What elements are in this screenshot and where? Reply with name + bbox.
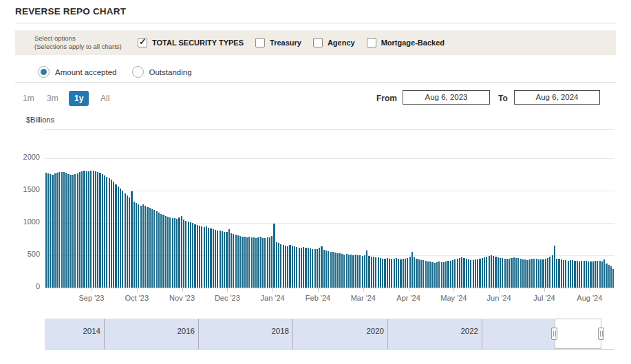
- bar[interactable]: [255, 238, 257, 288]
- bar[interactable]: [350, 255, 352, 288]
- bar[interactable]: [122, 191, 123, 288]
- bar[interactable]: [52, 175, 53, 288]
- bar[interactable]: [343, 255, 345, 288]
- bar[interactable]: [118, 186, 119, 288]
- bar[interactable]: [61, 172, 63, 288]
- bar[interactable]: [473, 260, 474, 288]
- bar-series[interactable]: [45, 130, 614, 288]
- bar[interactable]: [278, 243, 279, 288]
- bar-chart-plot-area[interactable]: Sep '23Oct '23Nov '23Dec '23Jan '24Feb '…: [45, 129, 614, 287]
- bar[interactable]: [394, 259, 395, 288]
- bar[interactable]: [493, 256, 494, 288]
- bar[interactable]: [63, 172, 65, 288]
- bar[interactable]: [475, 259, 476, 288]
- bar[interactable]: [565, 260, 566, 288]
- bar[interactable]: [364, 255, 365, 288]
- bar[interactable]: [498, 257, 499, 288]
- bar[interactable]: [149, 208, 151, 288]
- bar[interactable]: [511, 258, 512, 288]
- bar[interactable]: [482, 258, 483, 288]
- bar[interactable]: [90, 171, 92, 288]
- bar[interactable]: [346, 254, 347, 288]
- bar[interactable]: [577, 261, 578, 288]
- bar[interactable]: [138, 204, 139, 288]
- bar[interactable]: [486, 257, 487, 288]
- bar[interactable]: [529, 259, 531, 288]
- bar[interactable]: [584, 261, 585, 288]
- bar[interactable]: [289, 245, 290, 288]
- bar[interactable]: [599, 261, 601, 288]
- bar[interactable]: [398, 259, 399, 288]
- bar[interactable]: [151, 209, 153, 288]
- bar[interactable]: [102, 174, 103, 288]
- bar[interactable]: [303, 247, 304, 288]
- bar[interactable]: [285, 246, 286, 288]
- bar[interactable]: [558, 259, 559, 288]
- bar[interactable]: [97, 172, 98, 288]
- bar[interactable]: [491, 255, 492, 288]
- bar[interactable]: [287, 246, 288, 288]
- bar[interactable]: [158, 213, 160, 288]
- bar[interactable]: [296, 247, 297, 288]
- bar[interactable]: [308, 248, 309, 288]
- bar[interactable]: [113, 182, 114, 288]
- bar[interactable]: [317, 249, 318, 288]
- bar[interactable]: [233, 234, 234, 288]
- bar[interactable]: [228, 229, 230, 288]
- bar[interactable]: [526, 260, 528, 288]
- bar[interactable]: [330, 252, 332, 288]
- bar[interactable]: [586, 261, 587, 288]
- bar[interactable]: [554, 246, 555, 288]
- bar[interactable]: [387, 258, 388, 288]
- bar[interactable]: [431, 262, 433, 288]
- bar[interactable]: [56, 173, 58, 288]
- bar[interactable]: [131, 191, 132, 288]
- bar[interactable]: [312, 249, 313, 288]
- bar[interactable]: [468, 259, 469, 288]
- bar[interactable]: [127, 195, 128, 288]
- bar[interactable]: [273, 224, 275, 288]
- bar[interactable]: [276, 242, 277, 288]
- bar[interactable]: [495, 257, 496, 288]
- bar[interactable]: [162, 215, 164, 288]
- bar[interactable]: [341, 254, 343, 288]
- bar[interactable]: [222, 231, 223, 288]
- bar[interactable]: [489, 256, 490, 288]
- bar[interactable]: [416, 259, 417, 288]
- bar[interactable]: [389, 259, 390, 288]
- bar[interactable]: [204, 227, 205, 288]
- bar[interactable]: [70, 175, 72, 288]
- bar[interactable]: [371, 257, 372, 288]
- bar[interactable]: [104, 175, 105, 288]
- bar[interactable]: [447, 261, 449, 288]
- bar[interactable]: [568, 261, 569, 288]
- bar[interactable]: [176, 219, 178, 288]
- bar[interactable]: [235, 235, 237, 288]
- bar[interactable]: [294, 246, 295, 288]
- bar[interactable]: [368, 256, 370, 288]
- bar[interactable]: [414, 257, 415, 288]
- bar[interactable]: [463, 258, 464, 288]
- bar[interactable]: [210, 228, 211, 288]
- bar[interactable]: [215, 230, 216, 288]
- bar[interactable]: [425, 261, 427, 288]
- bar[interactable]: [237, 235, 239, 288]
- bar[interactable]: [484, 257, 485, 288]
- bar[interactable]: [58, 172, 60, 288]
- bar[interactable]: [86, 171, 87, 288]
- bar[interactable]: [47, 173, 49, 288]
- bar[interactable]: [199, 226, 200, 288]
- bar[interactable]: [574, 261, 575, 288]
- bar[interactable]: [457, 259, 458, 288]
- bar[interactable]: [165, 216, 167, 288]
- bar[interactable]: [334, 253, 336, 288]
- bar[interactable]: [339, 253, 341, 288]
- bar[interactable]: [217, 231, 218, 288]
- checkbox-agency[interactable]: ✓ Agency: [313, 38, 355, 47]
- range-button-1y[interactable]: 1y: [69, 91, 89, 106]
- range-button-1m[interactable]: 1m: [19, 91, 39, 106]
- bar[interactable]: [93, 171, 94, 288]
- bar[interactable]: [380, 258, 381, 288]
- to-date-input[interactable]: Aug 6, 2024: [514, 90, 600, 105]
- bar[interactable]: [452, 260, 453, 288]
